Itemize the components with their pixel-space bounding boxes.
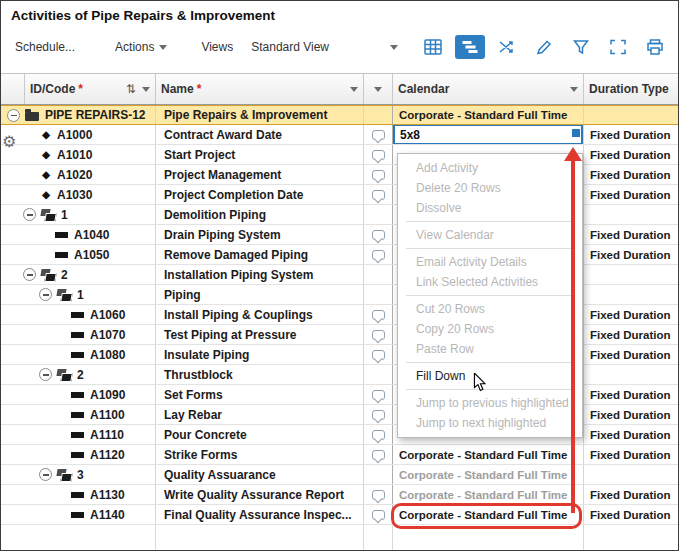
header-name[interactable]: Name * (156, 74, 364, 104)
collapse-expander-icon[interactable] (39, 288, 52, 301)
notebook-icon[interactable] (372, 430, 385, 440)
table-row[interactable]: ◆A1000Contract Award Date5x8Fixed Durati… (1, 125, 679, 145)
notebook-icon[interactable] (372, 510, 385, 520)
cell-duration-type: Fixed Duration (584, 425, 679, 444)
chevron-down-icon[interactable] (350, 87, 358, 92)
collapse-expander-icon[interactable] (23, 268, 36, 281)
calendar-edit-cell[interactable]: 5x8 (393, 125, 583, 144)
table-row[interactable]: A1120Strike FormsCorporate - Standard Fu… (1, 445, 679, 465)
notebook-icon[interactable] (372, 350, 385, 360)
menu-item-fill-down[interactable]: Fill Down (398, 366, 582, 386)
wbs-icon (57, 469, 72, 481)
collapse-expander-icon[interactable] (39, 368, 52, 381)
grid-empty-area (1, 525, 679, 550)
chevron-down-icon[interactable] (142, 87, 150, 92)
view-selector-dropdown[interactable]: Standard View (247, 36, 402, 58)
cell-duration-type: Fixed Duration (584, 165, 679, 184)
fullscreen-icon[interactable] (603, 35, 633, 59)
collapse-expander-icon[interactable] (7, 109, 20, 122)
menu-separator (406, 389, 574, 390)
notebook-icon[interactable] (372, 390, 385, 400)
notebook-icon[interactable] (372, 490, 385, 500)
edit-pen-icon[interactable] (529, 35, 559, 59)
cell-duration-type: Fixed Duration (584, 125, 679, 144)
chevron-down-icon[interactable] (374, 87, 382, 92)
chevron-down-icon[interactable] (570, 87, 578, 92)
table-view-icon[interactable] (418, 35, 448, 59)
notebook-icon[interactable] (372, 230, 385, 240)
collapse-expander-icon[interactable] (39, 468, 52, 481)
sort-icon[interactable]: ⇅ (126, 82, 136, 96)
table-row[interactable]: A1130Write Quality Assurance ReportCorpo… (1, 485, 679, 505)
activity-bar-icon (71, 312, 84, 318)
notebook-icon[interactable] (372, 190, 385, 200)
activity-id: A1060 (90, 308, 125, 322)
cell-id-code: A1070 (1, 325, 156, 344)
cell-calendar[interactable]: 5x8 (393, 125, 584, 144)
cell-notebook (364, 485, 393, 504)
notebook-icon[interactable] (372, 310, 385, 320)
activity-bar-icon (71, 332, 84, 338)
menu-item-jump-to-next-highlighted: Jump to next highlighted (398, 413, 582, 433)
cell-id-code: 2 (1, 365, 156, 384)
cell-notebook (364, 385, 393, 404)
wbs-icon (57, 289, 72, 301)
schedule-button[interactable]: Schedule... (9, 36, 81, 58)
notebook-icon[interactable] (372, 130, 385, 140)
filter-icon[interactable] (566, 35, 596, 59)
cell-calendar[interactable]: Corporate - Standard Full Time (393, 485, 584, 504)
cell-name: Strike Forms (156, 445, 364, 464)
actions-menu-button[interactable]: Actions (109, 36, 173, 58)
cell-calendar[interactable]: Corporate - Standard Full Time (393, 505, 584, 524)
cell-name: Final Quality Assurance Inspec... (156, 505, 364, 524)
cell-calendar[interactable]: Corporate - Standard Full Time (393, 465, 584, 484)
cell-duration-type: Fixed Duration (584, 145, 679, 164)
table-row[interactable]: PIPE REPAIRS-12Pipe Repairs & Improvemen… (1, 105, 679, 125)
cell-id-code: 1 (1, 205, 156, 224)
network-view-icon[interactable] (492, 35, 522, 59)
notebook-icon[interactable] (372, 250, 385, 260)
cell-name: Insulate Piping (156, 345, 364, 364)
schedule-button-label: Schedule... (15, 40, 75, 54)
notebook-icon[interactable] (372, 410, 385, 420)
table-row[interactable]: A1140Final Quality Assurance Inspec...Co… (1, 505, 679, 525)
cell-duration-type: Fixed Duration (584, 385, 679, 404)
cell-notebook (364, 265, 393, 284)
cell-name: Remove Damaged Piping (156, 245, 364, 264)
tail-col (156, 525, 364, 550)
activity-id: A1090 (90, 388, 125, 402)
cell-calendar[interactable]: Corporate - Standard Full Time (393, 106, 584, 124)
cell-notebook (364, 325, 393, 344)
header-duration-type[interactable]: Duration Type (584, 74, 679, 104)
notebook-icon[interactable] (372, 330, 385, 340)
cell-name: Contract Award Date (156, 125, 364, 144)
gantt-view-icon[interactable] (455, 35, 485, 59)
header-notebook[interactable] (364, 74, 393, 104)
activity-id: A1000 (57, 128, 92, 142)
milestone-icon: ◆ (39, 170, 53, 180)
cell-id-code: A1050 (1, 245, 156, 264)
notebook-icon[interactable] (372, 150, 385, 160)
print-icon[interactable] (640, 35, 670, 59)
header-calendar[interactable]: Calendar (393, 74, 584, 104)
collapse-expander-icon[interactable] (23, 208, 36, 221)
header-id-label: ID/Code (30, 82, 75, 96)
milestone-icon: ◆ (39, 150, 53, 160)
notebook-icon[interactable] (372, 170, 385, 180)
fill-handle[interactable] (572, 129, 580, 137)
cell-duration-type: Fixed Duration (584, 225, 679, 244)
menu-item-jump-to-previous-highlighted: Jump to previous highlighted (398, 393, 582, 413)
activity-id: A1140 (90, 508, 125, 522)
header-id-code[interactable]: ID/Code * ⇅ (25, 74, 156, 104)
cell-id-code: 3 (1, 465, 156, 484)
menu-item-copy-20-rows: Copy 20 Rows (398, 319, 582, 339)
gear-icon[interactable]: ⚙ (2, 132, 16, 151)
cell-calendar[interactable]: Corporate - Standard Full Time (393, 445, 584, 464)
cell-duration-type: Fixed Duration (584, 185, 679, 204)
cell-name: Project Management (156, 165, 364, 184)
tail-col (364, 525, 393, 550)
cell-notebook (364, 305, 393, 324)
notebook-icon[interactable] (372, 450, 385, 460)
table-row[interactable]: 3Quality AssuaranceCorporate - Standard … (1, 465, 679, 485)
cell-duration-type: Fixed Duration (584, 405, 679, 424)
